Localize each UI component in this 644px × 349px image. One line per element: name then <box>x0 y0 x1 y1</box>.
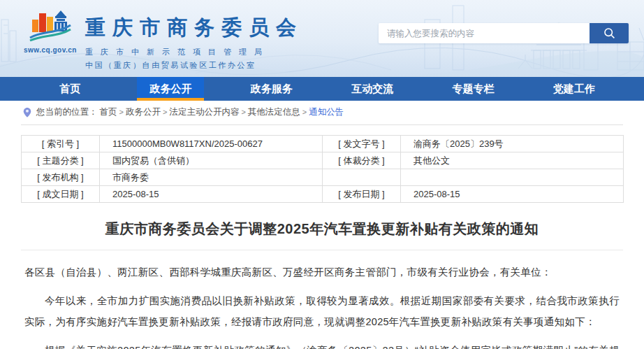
meta-value-issuing-agency: 市商务委 <box>100 169 323 186</box>
breadcrumb: 您当前的位置： 首页 > 政务公开 > 法定主动公开内容 > 其他法定信息 > … <box>0 101 644 123</box>
breadcrumb-prefix: 您当前的位置： <box>36 106 98 118</box>
site-logo-icon <box>29 7 72 45</box>
search-button[interactable] <box>590 23 629 43</box>
site-subtitle-2: 中国（重庆）自由贸易试验区工作办公室 <box>85 60 303 71</box>
meta-label-doc-number: [ 发文字号 ] <box>323 136 401 152</box>
meta-value-doc-number: 渝商务〔2025〕239号 <box>401 136 624 152</box>
site-url: sww.cq.gov.cn <box>24 46 77 54</box>
meta-label-empty <box>323 169 401 186</box>
page: sww.cq.gov.cn 重庆市商务委员会 重庆市中新示范项目管理局 中国（重… <box>0 0 644 349</box>
meta-value-index-number: 11500000MB0W8117XN/2025-00627 <box>100 136 323 152</box>
meta-value-written-date: 2025-08-15 <box>100 186 323 203</box>
meta-value-topic-category: 国内贸易（含供销） <box>100 152 323 169</box>
paragraph-intro: 今年以来，全市加力扩围实施消费品以旧换新补贴政策，取得较为显著成效。根据近期国家… <box>24 290 620 332</box>
meta-value-genre-category: 其他公文 <box>401 152 624 169</box>
nav-item-government-affairs[interactable]: 政务公开 <box>120 77 221 101</box>
breadcrumb-statutory-disclosure[interactable]: 法定主动公开内容 <box>169 106 239 118</box>
meta-value-empty <box>401 169 624 186</box>
nav-item-party-building[interactable]: 党建工作 <box>524 77 624 101</box>
table-row: [ 主题分类 ] 国内贸易（含供销） [ 体裁分类 ] 其他公文 <box>22 152 624 169</box>
search-icon <box>603 27 616 40</box>
meta-label-genre-category: [ 体裁分类 ] <box>323 152 401 169</box>
paragraph-policy-details: 根据《关于实施2025年汽车置换更新补贴政策的通知》（渝商务〔2025〕23号）… <box>24 340 620 349</box>
meta-label-written-date: [ 成文日期 ] <box>22 186 100 203</box>
table-row: [ 发布机构 ] 市商务委 <box>22 169 624 186</box>
meta-label-index-number: [ 索引号 ] <box>22 136 100 152</box>
document-title: 重庆市商务委员会关于调整2025年汽车置换更新补贴有关政策的通知 <box>0 220 644 238</box>
nav-item-interaction[interactable]: 互动交流 <box>322 77 423 101</box>
search-input[interactable] <box>379 23 590 43</box>
site-header: sww.cq.gov.cn 重庆市商务委员会 重庆市中新示范项目管理局 中国（重… <box>0 0 644 77</box>
nav-item-services[interactable]: 政务服务 <box>221 77 322 101</box>
paragraph-salutation: 各区县（自治县）、两江新区、西部科学城重庆高新区、万盛经开区商务主管部门，市级有… <box>24 262 620 283</box>
document-meta-table: [ 索引号 ] 11500000MB0W8117XN/2025-00627 [ … <box>21 135 624 203</box>
search-bar <box>379 23 629 43</box>
meta-label-publish-date: [ 发布日期 ] <box>323 186 401 203</box>
table-row: [ 成文日期 ] 2025-08-15 [ 发布日期 ] 2025-08-15 <box>22 186 624 203</box>
main-nav: 首页 政务公开 政务服务 互动交流 专题专栏 党建工作 <box>0 77 644 101</box>
meta-label-issuing-agency: [ 发布机构 ] <box>22 169 100 186</box>
breadcrumb-other-statutory-info[interactable]: 其他法定信息 <box>248 106 300 118</box>
nav-item-home[interactable]: 首页 <box>20 77 120 101</box>
map-pin-icon <box>22 107 32 117</box>
content-top-divider <box>21 124 623 125</box>
document-body: 各区县（自治县）、两江新区、西部科学城重庆高新区、万盛经开区商务主管部门，市级有… <box>0 250 644 349</box>
meta-label-topic-category: [ 主题分类 ] <box>22 152 100 169</box>
site-title: 重庆市商务委员会 <box>85 14 303 42</box>
breadcrumb-gov-affairs[interactable]: 政务公开 <box>126 106 161 118</box>
breadcrumb-home[interactable]: 首页 <box>100 106 117 118</box>
brand-block: sww.cq.gov.cn 重庆市商务委员会 重庆市中新示范项目管理局 中国（重… <box>24 7 303 71</box>
site-subtitle-1: 重庆市中新示范项目管理局 <box>85 47 303 57</box>
nav-item-special-topics[interactable]: 专题专栏 <box>423 77 523 101</box>
meta-value-publish-date: 2025-08-15 <box>401 186 624 203</box>
table-row: [ 索引号 ] 11500000MB0W8117XN/2025-00627 [ … <box>22 136 624 152</box>
breadcrumb-notices[interactable]: 通知公告 <box>309 106 344 118</box>
